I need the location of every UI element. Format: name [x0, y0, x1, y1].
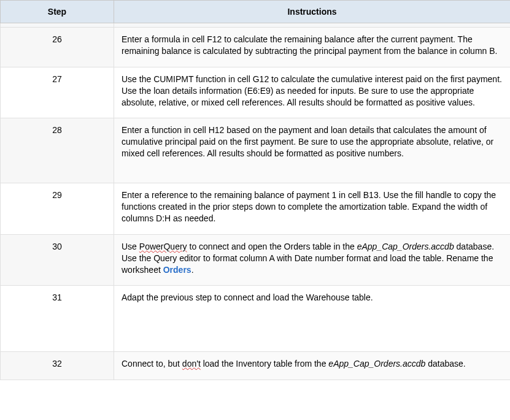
instruction-cell: Enter a reference to the remaining balan…	[114, 183, 511, 235]
step-number: 29	[1, 183, 114, 235]
table-row: 31 Adapt the previous step to connect an…	[1, 286, 511, 352]
step-number: 32	[1, 352, 114, 380]
header-step: Step	[1, 1, 114, 23]
instruction-cell: Use the CUMIPMT function in cell G12 to …	[114, 67, 511, 118]
table-row: 29 Enter a reference to the remaining ba…	[1, 183, 511, 235]
spellcheck-word: PowerQuery	[139, 242, 187, 251]
step-number: 26	[1, 28, 114, 67]
step-number: 31	[1, 286, 114, 352]
step-number: 27	[1, 67, 114, 118]
instruction-cell: Adapt the previous step to connect and l…	[114, 286, 511, 352]
italic-filename: eApp_Cap_Orders.accdb	[357, 242, 454, 251]
spellcheck-word: don't	[182, 359, 201, 368]
table-row: 27 Use the CUMIPMT function in cell G12 …	[1, 67, 511, 118]
link-orders[interactable]: Orders	[163, 265, 191, 275]
header-instructions: Instructions	[114, 1, 511, 23]
instruction-cell: Connect to, but don't load the Inventory…	[114, 352, 511, 380]
step-number: 30	[1, 234, 114, 286]
instructions-table: Step Instructions 26 Enter a formula in …	[0, 0, 510, 380]
italic-filename: eApp_Cap_Orders.accdb	[328, 359, 425, 368]
table-row: 28 Enter a function in cell H12 based on…	[1, 118, 511, 183]
instruction-cell: Use PowerQuery to connect and open the O…	[114, 234, 511, 286]
spacer-row	[1, 23, 511, 28]
instruction-cell: Enter a formula in cell F12 to calculate…	[114, 28, 511, 67]
table-row: 26 Enter a formula in cell F12 to calcul…	[1, 28, 511, 67]
table-row: 30 Use PowerQuery to connect and open th…	[1, 234, 511, 286]
instruction-cell: Enter a function in cell H12 based on th…	[114, 118, 511, 183]
step-number: 28	[1, 118, 114, 183]
table-row: 32 Connect to, but don't load the Invent…	[1, 352, 511, 380]
header-row: Step Instructions	[1, 1, 511, 23]
